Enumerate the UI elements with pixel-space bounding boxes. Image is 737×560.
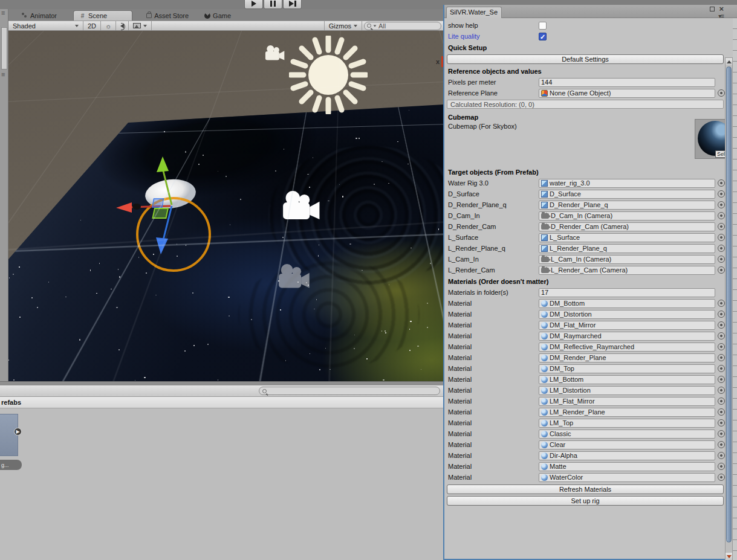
object-field[interactable]: DM_Flat_Mirror (539, 321, 715, 330)
drag-handle-icon[interactable]: ≡ (1, 72, 5, 77)
object-picker-button[interactable] (718, 463, 725, 470)
object-value: D_Cam_In (Camera) (551, 212, 612, 219)
object-field[interactable]: LM_Distortion (539, 386, 715, 395)
scroll-down-icon[interactable] (726, 553, 732, 560)
effects-dropdown[interactable] (129, 21, 152, 30)
object-picker-button[interactable] (718, 332, 725, 340)
tab-scene[interactable]: # Scene (73, 10, 132, 21)
object-picker-button[interactable] (718, 397, 725, 405)
object-field[interactable]: DM_Render_Plane (539, 353, 715, 362)
object-picker-button[interactable] (718, 201, 725, 208)
object-field[interactable]: Classic (539, 430, 715, 439)
audio-toggle[interactable] (116, 21, 129, 30)
tab-animator[interactable]: Animator (16, 10, 62, 21)
field-label: L_Render_Cam (448, 266, 539, 274)
object-field[interactable]: DM_Reflective_Raymarched (539, 343, 715, 352)
object-field[interactable]: D_Render_Plane_q (539, 201, 715, 210)
drag-handle-icon[interactable]: ≡ (1, 10, 5, 15)
object-field[interactable]: DM_Top (539, 364, 715, 373)
tab-game[interactable]: Game (199, 10, 236, 21)
object-field[interactable]: water_rig_3.0 (539, 179, 715, 188)
lighting-toggle[interactable]: ☼ (101, 21, 116, 30)
object-picker-button[interactable] (718, 179, 725, 187)
play-button[interactable] (244, 0, 263, 9)
play-controls (244, 0, 302, 9)
show-help-checkbox[interactable] (539, 22, 547, 30)
materials-count-row: Materials in folder(s) 17 (446, 287, 725, 298)
object-field[interactable]: LM_Bottom (539, 375, 715, 384)
object-picker-button[interactable] (718, 223, 725, 230)
object-picker-button[interactable] (718, 212, 725, 219)
object-picker-button[interactable] (718, 452, 725, 459)
object-field[interactable]: D_Render_Cam (Camera) (539, 222, 715, 231)
refresh-materials-button[interactable]: Refresh Materials (447, 484, 724, 494)
default-settings-button[interactable]: Default Settings (447, 54, 724, 64)
object-field[interactable]: WaterColor (539, 473, 715, 482)
object-picker-button[interactable] (718, 266, 725, 274)
object-field[interactable]: L_Render_Cam (Camera) (539, 266, 715, 275)
shaded-dropdown[interactable]: Shaded (8, 21, 83, 30)
camera-gizmo-faded[interactable] (278, 264, 311, 289)
gizmos-dropdown[interactable]: Gizmos (324, 21, 362, 30)
object-field[interactable]: LM_Render_Plane (539, 408, 715, 417)
maximize-icon[interactable] (710, 7, 715, 11)
prefab-expand-badge[interactable]: ▶ (14, 428, 22, 436)
object-field[interactable]: DM_Bottom (539, 299, 715, 308)
object-picker-button[interactable] (718, 190, 725, 198)
camera-gizmo[interactable] (265, 45, 285, 61)
step-button[interactable] (283, 0, 302, 9)
object-field[interactable]: DM_Distortion (539, 310, 715, 319)
reference-plane-field[interactable]: None (Game Object) (539, 89, 715, 98)
object-field[interactable]: Clear (539, 440, 715, 449)
close-icon[interactable]: × (719, 6, 724, 12)
object-picker-button[interactable] (718, 354, 725, 361)
object-picker-button[interactable] (718, 234, 725, 241)
object-field[interactable]: DM_Raymarched (539, 332, 715, 341)
object-picker-button[interactable] (718, 256, 725, 263)
directional-light-gizmo[interactable] (289, 36, 368, 114)
object-picker-button[interactable] (718, 343, 725, 350)
scene-search-input[interactable]: All (364, 22, 441, 30)
object-picker-button[interactable] (718, 419, 725, 426)
object-picker-button[interactable] (718, 441, 725, 448)
object-picker-button[interactable] (718, 311, 725, 318)
scroll-up-icon[interactable] (726, 58, 732, 65)
lite-quality-checkbox[interactable]: ✓ (539, 33, 547, 40)
project-search-input[interactable] (259, 387, 440, 395)
object-field[interactable]: LM_Flat_Mirror (539, 397, 715, 406)
camera-gizmo[interactable] (282, 191, 322, 221)
object-field[interactable]: L_Cam_In (Camera) (539, 255, 715, 264)
object-picker-button[interactable] (718, 376, 725, 383)
object-picker-button[interactable] (718, 387, 725, 394)
project-grid[interactable]: ▶ g... (0, 408, 443, 560)
cube-icon (541, 191, 548, 198)
object-field[interactable]: L_Surface (539, 233, 715, 242)
object-picker-button[interactable] (718, 300, 725, 307)
object-picker-button[interactable] (718, 474, 725, 481)
inspector-scrollbar[interactable] (725, 57, 733, 560)
setup-rig-button[interactable]: Set up rig (447, 496, 724, 506)
tab-asset-store[interactable]: Asset Store (141, 10, 194, 21)
object-field[interactable]: LM_Top (539, 419, 715, 428)
object-field[interactable]: Matte (539, 462, 715, 471)
pixels-per-meter-field[interactable]: 144 (539, 78, 715, 87)
object-picker-button[interactable] (718, 245, 725, 252)
object-field[interactable]: D_Surface (539, 190, 715, 199)
object-picker-button[interactable] (718, 408, 725, 416)
2d-toggle[interactable]: 2D (83, 21, 101, 30)
object-field[interactable]: L_Render_Plane_q (539, 244, 715, 253)
object-picker-button[interactable] (718, 89, 725, 97)
object-picker-button[interactable] (718, 365, 725, 372)
pause-button[interactable] (264, 0, 282, 9)
scrollbar-thumb[interactable] (726, 66, 732, 542)
panel-divider[interactable] (0, 381, 443, 385)
object-picker-button[interactable] (718, 430, 725, 437)
object-picker-button[interactable] (718, 321, 725, 329)
move-gizmo[interactable] (105, 146, 244, 285)
field-label: Material (448, 376, 539, 383)
object-field[interactable]: Dir-Alpha (539, 451, 715, 460)
window-tab[interactable]: SilVR.Water_Se (446, 7, 502, 18)
scene-viewport[interactable]: x (8, 31, 443, 381)
materials-count-field[interactable]: 17 (539, 288, 715, 297)
object-field[interactable]: D_Cam_In (Camera) (539, 211, 715, 220)
